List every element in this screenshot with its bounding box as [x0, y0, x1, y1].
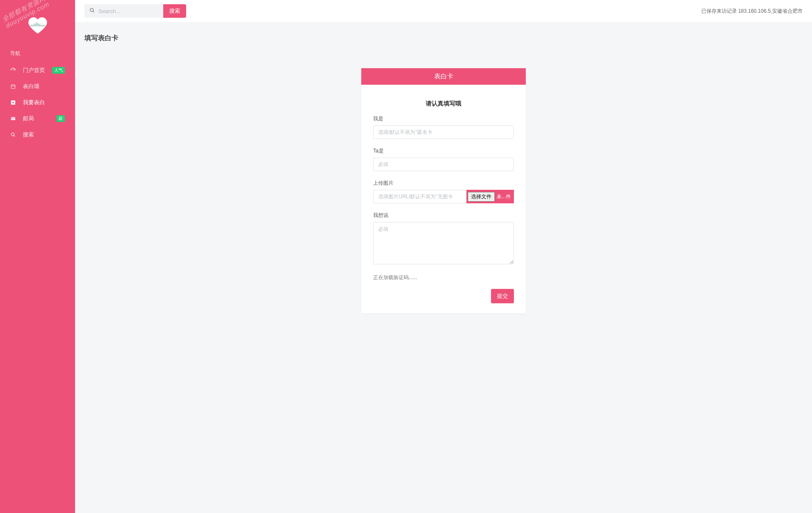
captcha-loading: 正在加载验证码...... [373, 274, 514, 281]
label-message: 我想说 [373, 212, 514, 219]
label-upload: 上传图片 [373, 180, 514, 187]
nav-header: 导航 [0, 50, 75, 62]
svg-line-11 [93, 11, 94, 12]
topbar: 搜索 已保存来访记录 183.160.106.5,安徽省合肥市 [75, 0, 812, 22]
main: 搜索 已保存来访记录 183.160.106.5,安徽省合肥市 填写表白卡 表白… [75, 0, 812, 513]
svg-rect-7 [11, 117, 15, 120]
sidebar-item-label: 搜索 [23, 131, 34, 139]
sidebar-item-search[interactable]: 搜索 [0, 127, 75, 143]
submit-row: 提交 [373, 289, 514, 303]
search-icon [89, 8, 95, 14]
search-button[interactable]: 搜索 [163, 4, 186, 18]
search-group: 搜索 [84, 4, 186, 18]
search-box[interactable] [84, 4, 163, 18]
submit-button[interactable]: 提交 [491, 289, 514, 303]
field-message: 我想说 [373, 212, 514, 266]
field-who-am-i: 我是 [373, 115, 514, 139]
svg-rect-4 [11, 85, 15, 89]
input-image-url[interactable] [373, 190, 467, 203]
form-title: 请认真填写哦 [373, 100, 514, 108]
sidebar-item-post[interactable]: 邮局 新 [0, 111, 75, 127]
svg-line-9 [14, 136, 15, 137]
plus-square-icon [10, 100, 16, 105]
search-input[interactable] [98, 8, 158, 14]
badge-new: 新 [56, 115, 65, 122]
card-header: 表白卡 [361, 68, 526, 85]
input-who-am-i[interactable] [373, 125, 514, 139]
sidebar-item-wall[interactable]: 表白墙 [0, 78, 75, 94]
heart-icon [28, 17, 47, 34]
dashboard-icon [10, 67, 16, 73]
file-picker[interactable]: 选择文件 未...件 [466, 190, 514, 203]
sidebar-item-label: 邮局 [23, 115, 34, 122]
badge-popular: 人气 [52, 67, 65, 74]
svg-rect-1 [33, 24, 36, 25]
sidebar-item-label: 我要表白 [23, 99, 45, 106]
field-upload: 上传图片 选择文件 未...件 [373, 180, 514, 203]
card-body: 请认真填写哦 我是 Ta是 上传图片 选择文件 未...件 [361, 85, 526, 313]
mail-icon [10, 116, 16, 122]
confession-card: 表白卡 请认真填写哦 我是 Ta是 上传图片 选择文件 [361, 68, 526, 313]
file-status: 未...件 [497, 193, 513, 200]
search-icon [10, 132, 16, 138]
sidebar-item-label: 门户首页 [23, 67, 45, 74]
svg-rect-3 [38, 24, 40, 25]
file-input-group: 选择文件 未...件 [373, 190, 514, 203]
page-title: 填写表白卡 [84, 34, 803, 43]
sidebar-item-label: 表白墙 [23, 83, 39, 90]
sidebar-item-confess[interactable]: 我要表白 [0, 94, 75, 111]
label-who-is-ta: Ta是 [373, 147, 514, 155]
calendar-icon [10, 83, 16, 89]
field-who-is-ta: Ta是 [373, 147, 514, 171]
textarea-message[interactable] [373, 222, 514, 264]
choose-file-button[interactable]: 选择文件 [468, 192, 495, 202]
sidebar: 全部都有资源网 douyouvip.com 导航 门户首页 人气 表白墙 [0, 0, 75, 513]
sidebar-item-portal[interactable]: 门户首页 人气 [0, 62, 75, 78]
label-who-am-i: 我是 [373, 115, 514, 122]
svg-point-8 [11, 133, 14, 136]
content: 填写表白卡 表白卡 请认真填写哦 我是 Ta是 上传图片 [75, 22, 812, 325]
logo [0, 17, 75, 35]
svg-point-10 [90, 8, 94, 12]
input-who-is-ta[interactable] [373, 158, 514, 171]
visitor-status: 已保存来访记录 183.160.106.5,安徽省合肥市 [701, 8, 803, 15]
svg-rect-2 [36, 22, 37, 25]
svg-rect-0 [30, 25, 45, 27]
